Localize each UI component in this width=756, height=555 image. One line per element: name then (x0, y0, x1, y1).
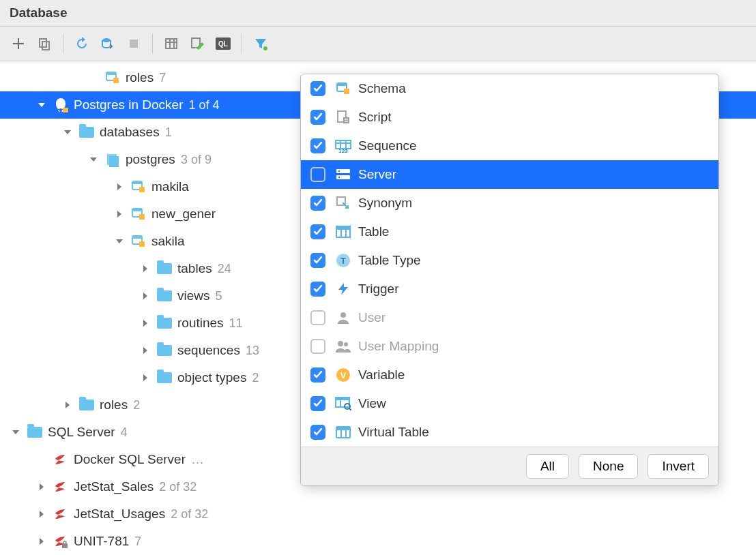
tree-node-label: UNIT-781 (74, 534, 129, 549)
filter-all-button[interactable]: All (526, 454, 569, 479)
svg-point-53 (338, 341, 343, 346)
expand-arrow-icon[interactable] (139, 317, 151, 329)
filter-button[interactable] (249, 32, 272, 55)
filter-checkbox[interactable] (310, 282, 325, 297)
folder-icon (78, 125, 96, 140)
expand-arrow-icon[interactable] (10, 426, 22, 438)
expand-arrow-icon[interactable] (113, 181, 126, 193)
filter-popup: SchemaScript123SequenceServerSynonymTabl… (300, 74, 719, 486)
filter-item[interactable]: VVariable (301, 361, 718, 389)
folder-icon (156, 261, 173, 276)
svg-rect-23 (139, 214, 145, 220)
filter-item[interactable]: 123Sequence (301, 132, 718, 160)
ql-console-button[interactable]: QL (212, 32, 235, 55)
tree-node-count: 2 (252, 371, 259, 385)
filter-item[interactable]: User Mapping (301, 332, 718, 361)
expand-arrow-icon[interactable] (61, 126, 74, 138)
expand-arrow-icon[interactable] (35, 535, 48, 548)
svg-text:QL: QL (218, 40, 228, 48)
filter-item-label: Trigger (358, 282, 398, 297)
tree-node-count: 2 of 32 (171, 507, 208, 522)
folder-icon (156, 288, 173, 303)
svg-rect-34 (345, 119, 348, 120)
filter-item[interactable]: Virtual Table (301, 418, 718, 447)
table-button[interactable] (160, 32, 183, 55)
filter-item[interactable]: Synonym (301, 189, 718, 217)
filter-checkbox[interactable] (310, 110, 325, 125)
filter-checkbox[interactable] (310, 368, 325, 382)
filter-item[interactable]: Schema (301, 74, 718, 103)
vtable-icon (334, 426, 353, 438)
filter-checkbox[interactable] (310, 81, 325, 96)
filter-item[interactable]: Server (301, 160, 718, 189)
toolbar-separator (242, 33, 242, 54)
filter-checkbox[interactable] (310, 310, 325, 325)
filter-checkbox[interactable] (310, 253, 325, 268)
tree-node-count: 11 (229, 316, 243, 331)
filter-checkbox[interactable] (310, 396, 325, 411)
tree-node-label: makila (151, 179, 189, 194)
filter-item[interactable]: View (301, 389, 718, 418)
schema-icon (130, 234, 147, 249)
svg-text:123: 123 (338, 148, 348, 153)
edit-source-button[interactable] (186, 32, 209, 55)
filter-item-label: Server (358, 167, 396, 182)
filter-item[interactable]: TTable Type (301, 246, 718, 275)
tree-node[interactable]: UNIT-7817 (0, 528, 756, 555)
expand-arrow-icon[interactable] (61, 399, 74, 411)
filter-checkbox[interactable] (310, 224, 325, 239)
expand-arrow-icon[interactable] (139, 262, 151, 275)
refresh-button[interactable] (70, 32, 93, 55)
script-icon (334, 110, 353, 125)
stop-button[interactable] (122, 32, 145, 55)
filter-item-label: Script (358, 110, 392, 125)
svg-rect-35 (345, 121, 348, 122)
svg-point-52 (340, 312, 346, 318)
filter-item-label: Variable (358, 368, 405, 382)
filter-checkbox[interactable] (310, 167, 325, 182)
filter-item[interactable]: User (301, 303, 718, 332)
filter-item[interactable]: Trigger (301, 275, 718, 303)
expand-arrow-icon[interactable] (113, 208, 126, 220)
svg-point-11 (263, 46, 267, 50)
svg-rect-3 (130, 40, 138, 48)
expand-arrow-icon[interactable] (139, 372, 151, 384)
filter-checkbox[interactable] (310, 425, 325, 440)
tabletype-icon: T (334, 253, 353, 268)
expand-arrow-icon[interactable] (35, 481, 48, 493)
schema-icon (130, 179, 147, 194)
tree-node-count: 1 of 4 (189, 98, 220, 112)
svg-text:T: T (340, 256, 346, 266)
filter-checkbox[interactable] (310, 138, 325, 153)
expand-arrow-icon[interactable] (139, 290, 151, 302)
filter-invert-button[interactable]: Invert (648, 454, 709, 479)
svg-rect-30 (337, 83, 347, 86)
svg-rect-15 (63, 108, 68, 112)
expand-arrow-icon[interactable] (35, 508, 48, 520)
ellipsis: … (191, 452, 204, 467)
filter-none-button[interactable]: None (579, 454, 638, 479)
filter-item-label: Sequence (358, 138, 417, 153)
filter-item[interactable]: Script (301, 103, 718, 132)
mssql-icon (52, 452, 70, 467)
expand-arrow-icon[interactable] (35, 99, 48, 111)
folder-icon (78, 397, 96, 412)
tree-node[interactable]: JetStat_Usages2 of 32 (0, 500, 756, 528)
expand-arrow-icon[interactable] (113, 235, 126, 247)
datasource-props-button[interactable] (96, 32, 119, 55)
sequence-icon: 123 (334, 139, 353, 153)
duplicate-button[interactable] (33, 32, 56, 55)
expand-arrow-icon (35, 453, 48, 466)
postgres-icon (52, 97, 70, 112)
tree-node-count: 5 (216, 289, 222, 303)
filter-item-label: View (358, 396, 386, 411)
filter-item[interactable]: Table (301, 217, 718, 246)
tree-node-label: JetStat_Sales (74, 479, 154, 494)
expand-arrow-icon[interactable] (87, 153, 100, 166)
expand-arrow-icon[interactable] (139, 344, 151, 357)
add-button[interactable] (7, 32, 30, 55)
filter-checkbox[interactable] (310, 339, 325, 354)
tree-node-count: 2 of 32 (159, 480, 197, 494)
filter-checkbox[interactable] (310, 196, 325, 211)
tree-node-label: sequences (177, 343, 240, 358)
